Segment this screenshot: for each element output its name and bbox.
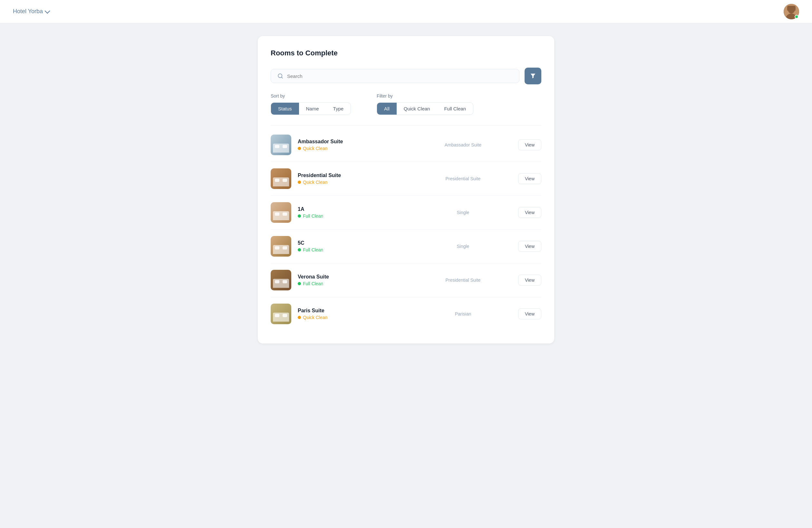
room-status: Full Clean: [298, 281, 408, 286]
room-list: Ambassador Suite Quick Clean Ambassador …: [271, 128, 541, 331]
view-room-button[interactable]: View: [518, 275, 541, 286]
status-dot-icon: [298, 181, 301, 184]
filter-group: Filter by All Quick Clean Full Clean: [377, 93, 473, 115]
view-room-button[interactable]: View: [518, 308, 541, 319]
room-name: Paris Suite: [298, 308, 408, 314]
search-input[interactable]: [287, 73, 513, 79]
rooms-card: Rooms to Complete Sort by Status: [258, 36, 554, 344]
user-online-indicator: [795, 15, 798, 19]
controls-row: Sort by Status Name Type Filter by All Q…: [271, 93, 541, 115]
room-list-item: Verona Suite Full Clean Presidential Sui…: [271, 263, 541, 297]
room-list-item: Presidential Suite Quick Clean President…: [271, 162, 541, 196]
room-list-item: 1A Full Clean Single View: [271, 196, 541, 229]
sort-label: Sort by: [271, 93, 351, 99]
room-status: Full Clean: [298, 247, 408, 252]
search-icon: [277, 73, 283, 79]
room-thumbnail: [271, 270, 291, 290]
room-info: 5C Full Clean: [298, 240, 408, 252]
room-name: 1A: [298, 206, 408, 212]
view-room-button[interactable]: View: [518, 207, 541, 218]
room-name: Presidential Suite: [298, 172, 408, 178]
sort-name-btn[interactable]: Name: [299, 103, 326, 115]
status-label: Quick Clean: [303, 315, 328, 320]
view-room-button[interactable]: View: [518, 173, 541, 184]
filter-all-btn[interactable]: All: [377, 103, 397, 115]
room-info: Paris Suite Quick Clean: [298, 308, 408, 320]
filter-quick-btn[interactable]: Quick Clean: [397, 103, 437, 115]
search-row: [271, 67, 541, 84]
room-name: Verona Suite: [298, 274, 408, 280]
status-dot-icon: [298, 316, 301, 319]
app-header: Hotel Yorba: [0, 0, 812, 23]
room-list-item: Ambassador Suite Quick Clean Ambassador …: [271, 128, 541, 162]
view-room-button[interactable]: View: [518, 241, 541, 252]
room-list-item: 5C Full Clean Single View: [271, 229, 541, 263]
search-wrapper[interactable]: [271, 69, 519, 83]
room-info: 1A Full Clean: [298, 206, 408, 218]
room-thumbnail: [271, 236, 291, 257]
user-avatar-container[interactable]: [784, 4, 799, 19]
room-type: Presidential Suite: [408, 277, 518, 283]
hotel-name-selector[interactable]: Hotel Yorba: [13, 8, 49, 15]
funnel-icon: [530, 73, 536, 79]
room-status: Quick Clean: [298, 180, 408, 185]
status-label: Full Clean: [303, 247, 323, 252]
status-label: Quick Clean: [303, 146, 328, 151]
filter-label: Filter by: [377, 93, 473, 99]
room-type: Single: [408, 210, 518, 215]
room-thumbnail: [271, 168, 291, 189]
room-status: Full Clean: [298, 213, 408, 218]
status-dot-icon: [298, 214, 301, 217]
svg-line-1: [281, 77, 282, 78]
view-room-button[interactable]: View: [518, 139, 541, 150]
room-info: Ambassador Suite Quick Clean: [298, 139, 408, 151]
status-label: Quick Clean: [303, 180, 328, 185]
room-type: Parisian: [408, 311, 518, 316]
room-thumbnail: [271, 304, 291, 324]
room-thumbnail: [271, 202, 291, 223]
filter-full-btn[interactable]: Full Clean: [437, 103, 473, 115]
status-dot-icon: [298, 147, 301, 150]
hotel-name-label: Hotel Yorba: [13, 8, 43, 15]
room-type: Single: [408, 244, 518, 249]
room-status: Quick Clean: [298, 146, 408, 151]
room-name: 5C: [298, 240, 408, 246]
room-type: Presidential Suite: [408, 176, 518, 181]
room-status: Quick Clean: [298, 315, 408, 320]
page-title: Rooms to Complete: [271, 49, 541, 57]
chevron-down-icon: [45, 8, 50, 14]
sort-group: Sort by Status Name Type: [271, 93, 351, 115]
filter-btn-group: All Quick Clean Full Clean: [377, 102, 473, 115]
sort-type-btn[interactable]: Type: [326, 103, 351, 115]
sort-status-btn[interactable]: Status: [271, 103, 299, 115]
room-list-item: Paris Suite Quick Clean Parisian View: [271, 297, 541, 331]
main-content: Rooms to Complete Sort by Status: [245, 23, 567, 357]
room-type: Ambassador Suite: [408, 142, 518, 148]
status-dot-icon: [298, 248, 301, 252]
room-thumbnail: [271, 135, 291, 155]
status-label: Full Clean: [303, 281, 323, 286]
sort-btn-group: Status Name Type: [271, 102, 351, 115]
section-divider: [271, 125, 541, 125]
status-dot-icon: [298, 282, 301, 285]
status-label: Full Clean: [303, 213, 323, 218]
room-info: Presidential Suite Quick Clean: [298, 172, 408, 185]
filter-button[interactable]: [525, 67, 541, 84]
room-name: Ambassador Suite: [298, 139, 408, 145]
room-info: Verona Suite Full Clean: [298, 274, 408, 286]
